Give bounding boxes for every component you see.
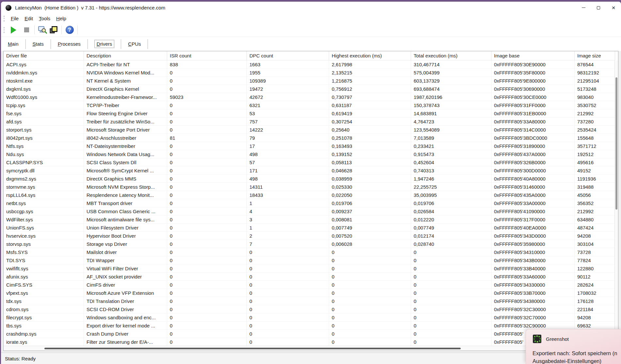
table-row[interactable]: i8042prt.sysi8042-Anschlusstreiber81790,…: [4, 134, 615, 142]
column-header-image_base[interactable]: Image base: [491, 51, 575, 60]
table-row[interactable]: netbt.sysMBT Transport driver010,0197060…: [4, 199, 615, 207]
table-row[interactable]: nvlddmkm.sysNVIDIA Windows Kernel Mod...…: [4, 69, 615, 77]
table-cell: Microsoft Azure VFP Extension: [84, 289, 167, 297]
table-row[interactable]: Ndu.sysWindows Network Data Usag...04980…: [4, 150, 615, 158]
toolbar-gripper[interactable]: [4, 27, 5, 33]
table-cell: ACPI.sys: [4, 60, 84, 69]
table-row[interactable]: ntoskrnl.exeNT Kernel & System01093891,2…: [4, 77, 615, 85]
menubar-gripper[interactable]: [4, 16, 5, 22]
table-cell: 0: [247, 281, 329, 289]
table-cell: Ntfs.sys: [4, 142, 84, 150]
table-row[interactable]: CLASSPNP.SYSSCSI Class System Dll0570,05…: [4, 158, 615, 166]
menu-item-help[interactable]: Help: [53, 15, 69, 22]
table-row[interactable]: dxgkrnl.sysDirectX Graphics Kernel019472…: [4, 85, 615, 93]
column-header-driver_file[interactable]: Driver file: [4, 51, 84, 60]
table-cell: 0,046628: [329, 166, 411, 175]
start-monitor-button[interactable]: [8, 25, 19, 35]
close-button[interactable]: ✕: [606, 2, 621, 14]
horizontal-scrollbar-thumb[interactable]: [44, 348, 461, 349]
table-cell: 0: [411, 248, 491, 256]
table-cell: 0: [167, 305, 247, 313]
table-cell: 0: [411, 330, 491, 338]
table-row[interactable]: hvservice.sysHypervisor Boot Driver020,0…: [4, 232, 615, 240]
stacked-windows-button[interactable]: [48, 25, 59, 35]
tab-drivers[interactable]: Drivers: [88, 39, 121, 49]
table-cell: Ndu.sys: [4, 150, 84, 158]
table-cell: USB Common Class Generic ...: [84, 207, 167, 215]
table-row[interactable]: filecrypt.sysWindows sandboxing and enc.…: [4, 313, 615, 322]
menu-item-edit[interactable]: Edit: [22, 15, 36, 22]
column-header-image_size[interactable]: Image size: [575, 51, 615, 60]
table-cell: 0: [167, 207, 247, 215]
table-row[interactable]: Ntfs.sysNT-Dateisystemtreiber0170,163493…: [4, 142, 615, 150]
table-cell: 0: [247, 289, 329, 297]
greenshot-notification[interactable]: Greenshot Exportiert nach: Sofort speich…: [526, 329, 621, 364]
vertical-scrollbar-thumb[interactable]: [615, 77, 617, 210]
table-cell: 1987,620196: [411, 93, 491, 101]
vertical-scrollbar[interactable]: [614, 60, 618, 346]
table-row[interactable]: tdx.sysTDI Translation Driver00000xFFFFF…: [4, 297, 615, 305]
stop-monitor-button[interactable]: [21, 25, 32, 35]
table-cell: symcryptk.dll: [4, 166, 84, 175]
table-row[interactable]: dxgmms2.sysDirectX Graphics MMS04980,038…: [4, 175, 615, 183]
table-row[interactable]: storvsp.sysStorage vsp Driver070,0060280…: [4, 240, 615, 248]
table-cell: 0,028740: [411, 240, 491, 248]
table-row[interactable]: rspLLL64.sysResplendence Latency Monit..…: [4, 191, 615, 199]
table-row[interactable]: Msfs.SYSMailslot driver00000xFFFFF805'34…: [4, 248, 615, 256]
column-header-isr_count[interactable]: ISR count: [167, 51, 247, 60]
tab-main[interactable]: Main: [1, 39, 26, 49]
table-row[interactable]: tbs.sysExport driver for kernel mode ...…: [4, 322, 615, 330]
table-row[interactable]: vwififlt.sysVirtual WiFi Filter Driver00…: [4, 264, 615, 273]
maximize-button[interactable]: [591, 2, 606, 14]
table-row[interactable]: Wdf01000.sysKernelmodustreiber-Framewor.…: [4, 93, 615, 101]
table-row[interactable]: iorate.sysFilter zur Steuerung der E/A-.…: [4, 338, 615, 346]
table-cell: netbt.sys: [4, 199, 84, 207]
column-header-description[interactable]: Description: [84, 51, 167, 60]
table-row[interactable]: storport.sysMicrosoft Storage Port Drive…: [4, 126, 615, 134]
table-cell: Flow Steering Engine Driver: [84, 109, 167, 118]
menu-item-tools[interactable]: Tools: [36, 15, 53, 22]
table-row[interactable]: crashdmp.sysCrash Dump Driver00000xFFFFF…: [4, 330, 615, 338]
table-row[interactable]: afunix.sysAF_UNIX socket provider00000xF…: [4, 273, 615, 281]
table-cell: 14311: [247, 183, 329, 191]
analyze-system-button[interactable]: [37, 25, 48, 35]
table-cell: 0,026584: [411, 207, 491, 215]
table-cell: Crash Dump Driver: [84, 330, 167, 338]
table-cell: 176128: [575, 297, 615, 305]
table-cell: CimFS.SYS: [4, 281, 84, 289]
table-cell: 69632: [575, 322, 615, 330]
latencymon-app-icon[interactable]: [6, 5, 11, 11]
table-cell: 1955: [247, 69, 329, 77]
table-row[interactable]: cdrom.sysSCSI CD-ROM Driver00000xFFFFF80…: [4, 305, 615, 313]
table-cell: ACPI-Treiber für NT: [84, 60, 167, 69]
table-cell: 0: [411, 256, 491, 264]
table-cell: AF_UNIX socket provider: [84, 273, 167, 281]
tab-cpus[interactable]: CPUs: [121, 39, 148, 49]
column-header-total_execution_ms[interactable]: Total execution (ms): [411, 51, 491, 60]
table-row[interactable]: ACPI.sysACPI-Treiber für NT83816632,6179…: [4, 60, 615, 69]
table-row[interactable]: TDI.SYSTDI Wrapper00000xFFFFF805'343B000…: [4, 256, 615, 264]
table-cell: 487424: [575, 224, 615, 232]
table-row[interactable]: stornvme.sysMicrosoft NVM Express Storp.…: [4, 183, 615, 191]
play-icon: [11, 26, 16, 34]
table-row[interactable]: UnionFS.sysUnion Filesystem Driver010,00…: [4, 224, 615, 232]
table-row[interactable]: WdFilter.sysMicrosoft antimalware file s…: [4, 215, 615, 224]
menu-item-file[interactable]: File: [8, 15, 22, 22]
table-cell: 98312192: [575, 69, 615, 77]
column-header-dpc_count[interactable]: DPC count: [247, 51, 329, 60]
table-row[interactable]: fse.sysFlow Steering Engine Driver0530,6…: [4, 109, 615, 118]
table-row[interactable]: vfpext.sysMicrosoft Azure VFP Extension0…: [4, 289, 615, 297]
table-row[interactable]: usbccgp.sysUSB Common Class Generic ...0…: [4, 207, 615, 215]
table-cell: 0xFFFFF805'34330000: [491, 281, 575, 289]
table-row[interactable]: afd.sysTreiber für zusätzliche WinSo...0…: [4, 118, 615, 126]
table-row[interactable]: tcpip.sysTCP/IP-Treiber063210,631187150,…: [4, 101, 615, 109]
table-cell: i8042-Anschlusstreiber: [84, 134, 167, 142]
help-button[interactable]: ?: [64, 25, 75, 35]
tab-processes[interactable]: Processes: [51, 39, 88, 49]
table-row[interactable]: CimFS.SYSCimFS driver00000xFFFFF805'3433…: [4, 281, 615, 289]
column-header-highest_execution_ms[interactable]: Highest execution (ms): [329, 51, 411, 60]
table-row[interactable]: symcryptk.dllMicrosoft® SymCrypt Kernel …: [4, 166, 615, 175]
minimize-button[interactable]: [576, 2, 591, 14]
tab-stats[interactable]: Stats: [26, 39, 51, 49]
table-cell: MBT Transport driver: [84, 199, 167, 207]
